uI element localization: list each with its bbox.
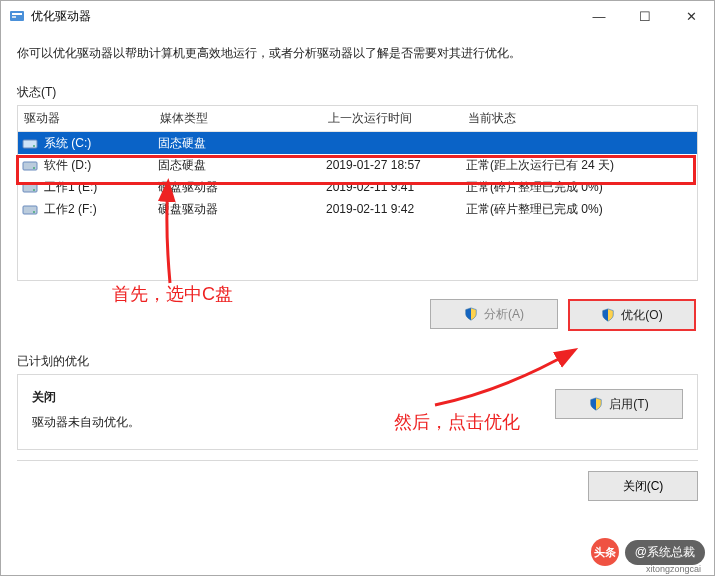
drive-media: 硬盘驱动器	[158, 179, 326, 196]
schedule-desc: 驱动器未自动优化。	[32, 414, 555, 431]
svg-rect-1	[12, 13, 22, 15]
drive-last-run: 2019-02-11 9:42	[326, 202, 466, 216]
svg-rect-2	[12, 16, 16, 18]
drive-last-run: 2019-01-27 18:57	[326, 158, 466, 172]
svg-point-8	[33, 167, 35, 169]
svg-rect-12	[23, 206, 37, 214]
svg-point-11	[33, 189, 35, 191]
watermark-badge: 头条	[591, 538, 619, 566]
close-dialog-button[interactable]: 关闭(C)	[588, 471, 698, 501]
window-title: 优化驱动器	[31, 8, 91, 25]
svg-rect-9	[23, 184, 37, 192]
minimize-button[interactable]: ―	[576, 1, 622, 31]
close-button[interactable]: ✕	[668, 1, 714, 31]
drive-media: 硬盘驱动器	[158, 201, 326, 218]
drive-icon	[22, 180, 38, 194]
drive-icon	[22, 158, 38, 172]
drive-list: 驱动器 媒体类型 上一次运行时间 当前状态 系统 (C:)固态硬盘软件 (D:)…	[17, 105, 698, 281]
drive-row[interactable]: 工作2 (F:)硬盘驱动器2019-02-11 9:42正常(碎片整理已完成 0…	[18, 198, 697, 220]
shield-icon	[464, 307, 478, 321]
shield-icon	[589, 397, 603, 411]
svg-rect-3	[23, 140, 37, 148]
drive-status: 正常(碎片整理已完成 0%)	[466, 179, 697, 196]
drive-icon	[22, 136, 38, 150]
drive-name: 软件 (D:)	[44, 157, 91, 174]
drive-name: 工作1 (E:)	[44, 179, 97, 196]
drive-last-run: 2019-02-11 9:41	[326, 180, 466, 194]
drive-name: 系统 (C:)	[44, 135, 91, 152]
schedule-box: 关闭 驱动器未自动优化。 启用(T)	[17, 374, 698, 450]
watermark-url: xitongzongcai	[646, 564, 701, 574]
app-icon	[9, 8, 25, 24]
drive-row[interactable]: 工作1 (E:)硬盘驱动器2019-02-11 9:41正常(碎片整理已完成 0…	[18, 176, 697, 198]
drive-row[interactable]: 软件 (D:)固态硬盘2019-01-27 18:57正常(距上次运行已有 24…	[18, 154, 697, 176]
shield-icon	[601, 308, 615, 322]
drive-status: 正常(距上次运行已有 24 天)	[466, 157, 697, 174]
col-drive[interactable]: 驱动器	[18, 110, 154, 127]
drive-media: 固态硬盘	[158, 157, 326, 174]
column-header[interactable]: 驱动器 媒体类型 上一次运行时间 当前状态	[18, 106, 697, 132]
watermark-handle: @系统总裁	[625, 540, 705, 565]
schedule-label: 已计划的优化	[17, 353, 698, 370]
titlebar[interactable]: 优化驱动器 ― ☐ ✕	[1, 1, 714, 31]
col-status[interactable]: 当前状态	[462, 110, 697, 127]
footer: 关闭(C)	[1, 461, 714, 511]
drive-icon	[22, 202, 38, 216]
svg-point-5	[33, 145, 35, 147]
status-label: 状态(T)	[17, 84, 698, 101]
drive-status: 正常(碎片整理已完成 0%)	[466, 201, 697, 218]
drive-name: 工作2 (F:)	[44, 201, 97, 218]
enable-button[interactable]: 启用(T)	[555, 389, 683, 419]
col-media[interactable]: 媒体类型	[154, 110, 322, 127]
optimize-button[interactable]: 优化(O)	[568, 299, 696, 331]
maximize-button[interactable]: ☐	[622, 1, 668, 31]
drive-media: 固态硬盘	[158, 135, 326, 152]
watermark: 头条 @系统总裁	[591, 538, 705, 566]
intro-text: 你可以优化驱动器以帮助计算机更高效地运行，或者分析驱动器以了解是否需要对其进行优…	[17, 45, 698, 62]
col-last[interactable]: 上一次运行时间	[322, 110, 462, 127]
analyze-button[interactable]: 分析(A)	[430, 299, 558, 329]
svg-point-14	[33, 211, 35, 213]
schedule-status: 关闭	[32, 389, 555, 406]
action-buttons: 分析(A) 优化(O)	[17, 299, 698, 331]
svg-rect-6	[23, 162, 37, 170]
drive-row[interactable]: 系统 (C:)固态硬盘	[18, 132, 697, 154]
defrag-window: 优化驱动器 ― ☐ ✕ 你可以优化驱动器以帮助计算机更高效地运行，或者分析驱动器…	[0, 0, 715, 576]
